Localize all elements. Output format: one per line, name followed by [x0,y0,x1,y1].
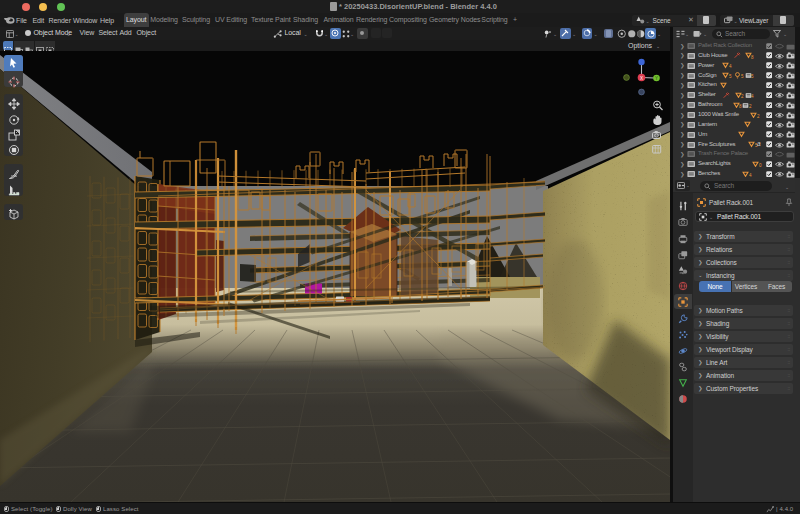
svg-text:X: X [640,76,643,81]
svg-text:Y: Y [655,76,658,81]
